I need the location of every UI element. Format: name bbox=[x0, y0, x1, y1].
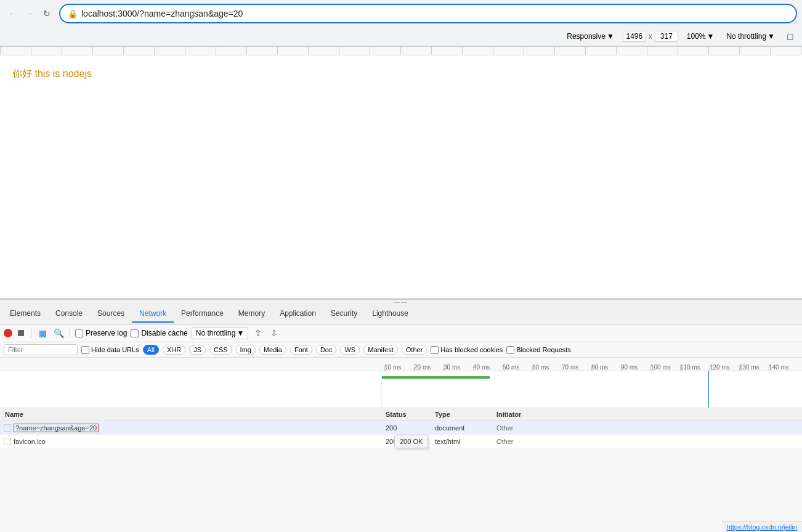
toolbar-separator-1 bbox=[31, 328, 31, 338]
td-status-row1: 200 bbox=[382, 422, 431, 433]
tab-console[interactable]: Console bbox=[48, 305, 90, 323]
preserve-log-text: Preserve log bbox=[86, 329, 127, 337]
timeline-marks: 10 ms 20 ms 30 ms 40 ms 50 ms 60 ms 70 m… bbox=[384, 358, 802, 371]
devtools-panel: ―― Elements Console Sources Network Perf… bbox=[0, 299, 802, 532]
responsive-throttle-label: No throttling bbox=[726, 32, 766, 41]
row1-checkbox bbox=[4, 424, 11, 432]
timeline-name-col-spacer bbox=[0, 371, 382, 408]
td-initiator-row1: Other bbox=[493, 422, 802, 433]
page-text: 你好 this is nodejs bbox=[12, 68, 92, 79]
ruler-area bbox=[0, 47, 802, 55]
tab-lighthouse[interactable]: Lighthouse bbox=[365, 305, 416, 323]
disable-cache-label[interactable]: Disable cache bbox=[131, 329, 187, 337]
bars-area bbox=[382, 371, 802, 408]
dim-box: x bbox=[623, 31, 678, 42]
timeline-mark-120ms: 120 ms bbox=[710, 358, 730, 371]
tab-network[interactable]: Network bbox=[132, 305, 174, 323]
timeline-mark-30ms: 30 ms bbox=[444, 358, 460, 371]
tab-elements[interactable]: Elements bbox=[2, 305, 48, 323]
filter-btn-media[interactable]: Media bbox=[259, 345, 286, 355]
tab-security[interactable]: Security bbox=[323, 305, 365, 323]
filter-btn-img[interactable]: Img bbox=[236, 345, 256, 355]
tab-sources[interactable]: Sources bbox=[90, 305, 132, 323]
hide-data-urls-label[interactable]: Hide data URLs bbox=[81, 346, 139, 354]
row2-name: favicon.ico bbox=[14, 438, 46, 445]
timeline-mark-50ms: 50 ms bbox=[503, 358, 519, 371]
responsive-dropdown-icon: ▼ bbox=[607, 32, 614, 41]
filter-btn-manifest[interactable]: Manifest bbox=[363, 345, 398, 355]
timeline-mark-70ms: 70 ms bbox=[562, 358, 578, 371]
upload-button[interactable]: ⇧ bbox=[252, 327, 264, 339]
filter-btn-js[interactable]: JS bbox=[189, 345, 206, 355]
filter-input[interactable] bbox=[4, 344, 78, 355]
tab-memory[interactable]: Memory bbox=[231, 305, 272, 323]
hide-data-urls-text: Hide data URLs bbox=[91, 346, 139, 353]
has-blocked-cookies-checkbox[interactable] bbox=[431, 346, 439, 354]
filter-btn-ws[interactable]: WS bbox=[340, 345, 360, 355]
page-content: 你好 this is nodejs bbox=[0, 55, 802, 299]
responsive-label: Responsive bbox=[567, 32, 606, 41]
preserve-log-label[interactable]: Preserve log bbox=[75, 329, 127, 337]
search-icon-button[interactable]: 🔍 bbox=[52, 327, 65, 339]
drag-handle-dots: ―― bbox=[394, 299, 408, 305]
ruler-icon-button[interactable]: ◻ bbox=[784, 30, 797, 43]
filter-btn-font[interactable]: Font bbox=[290, 345, 312, 355]
throttle-dropdown[interactable]: No throttling ▼ bbox=[192, 327, 249, 339]
th-initiator: Initiator bbox=[493, 411, 802, 418]
zoom-select[interactable]: 100% ▼ bbox=[683, 31, 718, 42]
responsive-toolbar: Responsive ▼ x 100% ▼ No throttling ▼ ◻ bbox=[0, 27, 802, 46]
zoom-dropdown-icon: ▼ bbox=[707, 32, 715, 41]
responsive-throttle-select[interactable]: No throttling ▼ bbox=[723, 31, 779, 42]
dim-x: x bbox=[649, 32, 652, 41]
height-input[interactable] bbox=[655, 31, 678, 42]
network-toolbar: ▩ 🔍 Preserve log Disable cache No thrott… bbox=[0, 324, 802, 342]
td-type-row2: text/html bbox=[431, 436, 493, 447]
address-bar-container[interactable]: 🔒 bbox=[59, 4, 797, 23]
filter-btn-other[interactable]: Other bbox=[402, 345, 427, 355]
has-blocked-cookies-text: Has blocked cookies bbox=[440, 346, 503, 353]
hide-data-urls-checkbox[interactable] bbox=[81, 346, 89, 354]
back-button[interactable]: ← bbox=[5, 6, 20, 21]
responsive-select[interactable]: Responsive ▼ bbox=[563, 31, 618, 42]
td-initiator-row2: Other bbox=[493, 436, 802, 447]
filter-btn-doc[interactable]: Doc bbox=[316, 345, 337, 355]
timeline-mark-140ms: 140 ms bbox=[769, 358, 789, 371]
row1-name-link[interactable]: ?name=zhangsan&age=20 bbox=[14, 424, 99, 432]
disable-cache-text: Disable cache bbox=[141, 329, 187, 337]
blocked-requests-checkbox[interactable] bbox=[506, 346, 514, 354]
reload-button[interactable]: ↻ bbox=[39, 6, 54, 21]
blocked-requests-label[interactable]: Blocked Requests bbox=[506, 346, 571, 354]
filter-btn-xhr[interactable]: XHR bbox=[163, 345, 185, 355]
width-input[interactable] bbox=[623, 31, 646, 42]
td-name-row1: ?name=zhangsan&age=20 bbox=[0, 422, 382, 434]
forward-button[interactable]: → bbox=[22, 6, 37, 21]
filter-btn-css[interactable]: CSS bbox=[209, 345, 232, 355]
th-status: Status bbox=[382, 411, 431, 418]
timeline-mark-20ms: 20 ms bbox=[414, 358, 431, 371]
address-bar[interactable] bbox=[81, 9, 788, 18]
filter-btn-all[interactable]: All bbox=[143, 345, 159, 355]
td-name-row2: favicon.ico bbox=[0, 436, 382, 447]
bottom-bar-url: https://blog.csdn.n/jeilin bbox=[727, 523, 797, 531]
table-row[interactable]: ?name=zhangsan&age=20 200 document Other bbox=[0, 421, 802, 435]
tab-application[interactable]: Application bbox=[272, 305, 323, 323]
timeline-mark-90ms: 90 ms bbox=[621, 358, 638, 371]
devtools-tabs: Elements Console Sources Network Perform… bbox=[0, 304, 802, 324]
timeline-bars bbox=[0, 371, 802, 408]
zoom-label: 100% bbox=[687, 32, 706, 41]
timeline-mark-10ms: 10 ms bbox=[384, 358, 401, 371]
timeline-mark-110ms: 110 ms bbox=[680, 358, 700, 371]
stop-button[interactable] bbox=[16, 328, 26, 338]
download-button[interactable]: ⇩ bbox=[268, 327, 280, 339]
table-row[interactable]: favicon.ico 200 text/html Other 200 OK bbox=[0, 435, 802, 448]
preserve-log-checkbox[interactable] bbox=[75, 329, 83, 337]
nav-buttons: ← → ↻ bbox=[5, 6, 54, 21]
disable-cache-checkbox[interactable] bbox=[131, 329, 139, 337]
record-button[interactable] bbox=[4, 329, 12, 337]
tab-performance[interactable]: Performance bbox=[174, 305, 231, 323]
timeline-mark-100ms: 100 ms bbox=[650, 358, 671, 371]
filter-icon-button[interactable]: ▩ bbox=[36, 327, 49, 339]
filter-row: Hide data URLs All XHR JS CSS Img Media … bbox=[0, 342, 802, 358]
bottom-bar[interactable]: https://blog.csdn.n/jeilin bbox=[722, 522, 802, 532]
has-blocked-cookies-label[interactable]: Has blocked cookies bbox=[431, 346, 503, 354]
